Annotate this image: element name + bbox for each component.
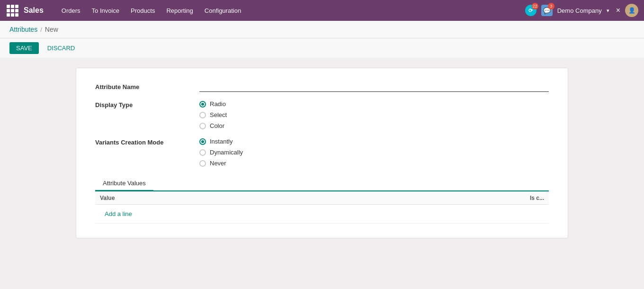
form-card: Attribute Name Display Type Radio Select [76,68,568,238]
company-dropdown-icon[interactable]: ▾ [607,8,609,14]
variants-creation-row: Variants Creation Mode Instantly Dynamic… [95,138,549,167]
navbar: Sales Orders To Invoice Products Reporti… [0,0,644,21]
nav-to-invoice[interactable]: To Invoice [87,4,125,17]
activity-icon[interactable]: ⟳ 22 [525,5,537,16]
radio-btn-color [199,123,206,129]
attribute-values-table: Value Is c... Add a line [95,191,549,224]
radio-btn-radio [199,101,206,108]
save-button[interactable]: SAVE [9,42,39,54]
close-icon[interactable]: × [616,6,620,15]
breadcrumb-parent[interactable]: Attributes [9,26,37,33]
breadcrumb-current: New [45,26,58,33]
tab-attribute-values[interactable]: Attribute Values [95,176,153,191]
radio-radio[interactable]: Radio [199,100,549,108]
main-content: Attribute Name Display Type Radio Select [0,58,644,248]
radio-label-dynamically: Dynamically [210,149,243,156]
app-menu-icon[interactable] [6,4,19,17]
app-name: Sales [24,6,44,15]
breadcrumb: Attributes / New [0,21,644,38]
radio-btn-select [199,112,206,118]
attribute-name-field [199,82,549,92]
attribute-name-label: Attribute Name [95,82,190,90]
radio-label-select: Select [210,111,227,118]
col-value: Value [95,192,325,205]
attribute-name-input[interactable] [199,82,549,92]
add-line-row: Add a line [95,205,549,224]
add-line-cell: Add a line [95,205,549,224]
nav-products[interactable]: Products [126,4,160,17]
radio-select[interactable]: Select [199,111,549,118]
radio-never[interactable]: Never [199,160,549,167]
radio-label-instantly: Instantly [210,138,233,145]
nav-menu: Orders To Invoice Products Reporting Con… [57,4,525,17]
variants-creation-label: Variants Creation Mode [95,138,190,146]
tab-section: Attribute Values Value Is c... Add a lin… [95,176,549,224]
radio-label-never: Never [210,160,226,167]
col-is-c: Is c... [325,192,549,205]
tabs: Attribute Values [95,176,549,191]
display-type-label: Display Type [95,100,190,108]
breadcrumb-separator: / [40,26,42,33]
attribute-name-row: Attribute Name [95,82,549,92]
display-type-options: Radio Select Color [199,100,549,129]
display-type-row: Display Type Radio Select Color [95,100,549,129]
radio-label-radio: Radio [210,100,226,108]
user-avatar[interactable]: 👤 [625,4,638,17]
radio-btn-instantly [199,138,206,145]
action-bar: SAVE DISCARD [0,38,644,58]
radio-label-color: Color [210,122,224,129]
add-line-link[interactable]: Add a line [100,208,137,220]
activity-count: 22 [532,3,538,9]
chat-count: 3 [548,3,555,9]
radio-color[interactable]: Color [199,122,549,129]
navbar-right: ⟳ 22 💬 3 Demo Company ▾ × 👤 [525,4,638,17]
chat-icon[interactable]: 💬 3 [541,5,553,16]
variants-options: Instantly Dynamically Never [199,138,549,167]
discard-button[interactable]: DISCARD [43,42,80,54]
nav-orders[interactable]: Orders [57,4,85,17]
table-header-row: Value Is c... [95,192,549,205]
nav-reporting[interactable]: Reporting [161,4,197,17]
variants-radio-group: Instantly Dynamically Never [199,138,549,167]
company-name[interactable]: Demo Company [557,7,602,14]
nav-configuration[interactable]: Configuration [200,4,246,17]
radio-btn-never [199,160,206,167]
radio-instantly[interactable]: Instantly [199,138,549,145]
display-type-radio-group: Radio Select Color [199,100,549,129]
radio-dynamically[interactable]: Dynamically [199,149,549,156]
radio-btn-dynamically [199,149,206,156]
